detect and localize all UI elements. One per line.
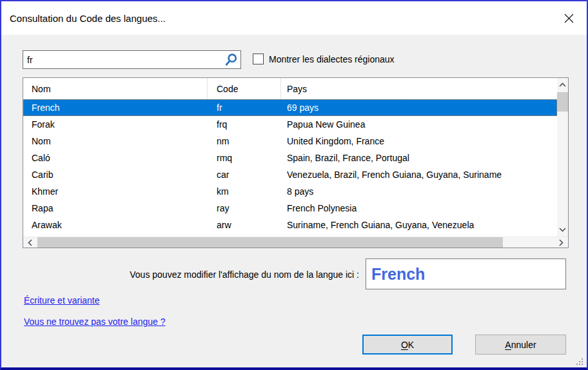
- column-header-pays[interactable]: Pays: [281, 78, 557, 99]
- column-header-code[interactable]: Code: [208, 78, 281, 99]
- cell-code: km: [208, 183, 281, 200]
- cell-nom: Caló: [23, 150, 208, 166]
- close-x-glyph: [564, 14, 574, 23]
- scroll-left-icon[interactable]: [24, 237, 35, 248]
- language-table: Nom Code Pays Frenchfr69 paysForakfrqPap…: [23, 77, 569, 248]
- resize-grip-icon[interactable]: [575, 357, 583, 365]
- cell-nom: Rapa: [23, 200, 208, 217]
- cell-pays: Papua New Guinea: [281, 116, 557, 133]
- scroll-right-icon[interactable]: [556, 237, 567, 248]
- vertical-scrollbar-thumb[interactable]: [557, 92, 568, 112]
- search-box: [23, 50, 241, 69]
- cell-nom: Carib: [23, 166, 208, 183]
- scroll-down-icon[interactable]: [557, 224, 568, 235]
- table-row[interactable]: ForakfrqPapua New Guinea: [23, 116, 557, 133]
- show-regional-dialects-label: Montrer les dialectes régionaux: [269, 54, 395, 64]
- cell-nom: Khmer: [23, 183, 208, 200]
- table-header: Nom Code Pays: [23, 78, 557, 99]
- dialog-title: Consultation du Code des langues...: [10, 1, 166, 35]
- name-editor-box: [366, 258, 566, 289]
- cell-pays: French Polynesia: [281, 200, 557, 217]
- table-row[interactable]: Frenchfr69 pays: [23, 99, 557, 116]
- table-row[interactable]: Khmerkm8 pays: [23, 183, 557, 200]
- table-row[interactable]: CaribcarVenezuela, Brazil, French Guiana…: [23, 166, 557, 183]
- horizontal-scrollbar[interactable]: [23, 237, 568, 248]
- cell-code: arw: [208, 217, 281, 233]
- cell-code: rmq: [208, 150, 281, 166]
- cell-nom: Forak: [23, 116, 208, 133]
- table-body: Frenchfr69 paysForakfrqPapua New GuineaN…: [23, 99, 557, 233]
- cell-code: ray: [208, 200, 281, 217]
- cell-code: frq: [208, 116, 281, 133]
- cell-code: fr: [208, 99, 281, 116]
- cancel-button[interactable]: Annuler: [475, 335, 566, 355]
- search-input[interactable]: [23, 51, 240, 68]
- ok-button[interactable]: OK: [362, 335, 453, 355]
- show-regional-dialects-checkbox[interactable]: [253, 54, 264, 64]
- close-icon[interactable]: [558, 8, 579, 28]
- table-row[interactable]: ArawakarwSuriname, French Guiana, Guyana…: [23, 217, 557, 233]
- scroll-up-icon[interactable]: [557, 79, 568, 90]
- cell-nom: Nom: [23, 133, 208, 150]
- cell-pays: Suriname, French Guiana, Guyana, Venezue…: [281, 217, 557, 233]
- cell-nom: Arawak: [23, 217, 208, 233]
- horizontal-scrollbar-thumb[interactable]: [37, 237, 503, 248]
- cannot-find-language-link[interactable]: Vous ne trouvez pas votre langue ?: [24, 316, 165, 327]
- cell-pays: 8 pays: [281, 183, 557, 200]
- cell-nom: French: [23, 99, 208, 116]
- language-name-input[interactable]: [366, 259, 565, 289]
- cell-pays: United Kingdom, France: [281, 133, 557, 150]
- table-row[interactable]: CalórmqSpain, Brazil, France, Portugal: [23, 150, 557, 166]
- cell-pays: Venezuela, Brazil, French Guiana, Guyana…: [281, 166, 557, 183]
- language-code-dialog: Consultation du Code des langues... Mont…: [0, 0, 588, 370]
- cell-code: car: [208, 166, 281, 183]
- modify-name-label: Vous pouvez modifier l'affichage du nom …: [23, 269, 359, 280]
- script-variant-link[interactable]: Écriture et variante: [24, 295, 100, 306]
- vertical-scrollbar[interactable]: [557, 78, 568, 237]
- table-row[interactable]: RaparayFrench Polynesia: [23, 200, 557, 217]
- cell-pays: 69 pays: [281, 99, 557, 116]
- column-header-nom[interactable]: Nom: [23, 78, 208, 99]
- language-list-area: Nom Code Pays Frenchfr69 paysForakfrqPap…: [23, 78, 557, 237]
- titlebar: Consultation du Code des langues...: [1, 1, 587, 35]
- cell-pays: Spain, Brazil, France, Portugal: [281, 150, 557, 166]
- table-row[interactable]: NomnmUnited Kingdom, France: [23, 133, 557, 150]
- cell-code: nm: [208, 133, 281, 150]
